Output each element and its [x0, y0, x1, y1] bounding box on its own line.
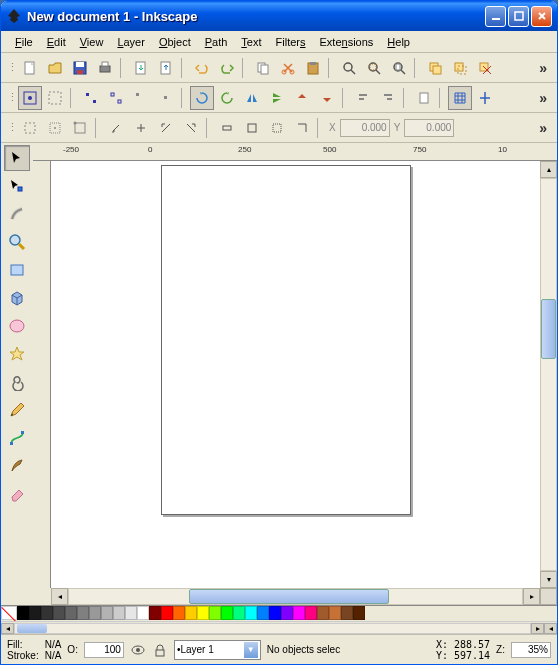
selector-tool[interactable]	[4, 145, 30, 171]
color-swatch[interactable]	[53, 606, 65, 620]
layer-selector[interactable]: •Layer 1 ▼	[174, 640, 261, 660]
import-button[interactable]	[129, 56, 153, 80]
doc-props-button[interactable]	[412, 86, 436, 110]
color-swatch[interactable]	[317, 606, 329, 620]
pencil-tool[interactable]	[4, 397, 30, 423]
color-swatch[interactable]	[29, 606, 41, 620]
color-swatch[interactable]	[173, 606, 185, 620]
spiral-tool[interactable]	[4, 369, 30, 395]
clone-button[interactable]	[448, 56, 472, 80]
color-swatch[interactable]	[257, 606, 269, 620]
menu-filters[interactable]: Filters	[270, 34, 312, 50]
lock-icon[interactable]	[152, 642, 168, 658]
color-swatch[interactable]	[89, 606, 101, 620]
color-swatch[interactable]	[1, 606, 17, 620]
chevron-down-icon[interactable]: ▼	[244, 642, 258, 658]
menu-help[interactable]: Help	[381, 34, 416, 50]
scroll-right-button[interactable]: ▸	[523, 588, 540, 605]
color-swatch[interactable]	[353, 606, 365, 620]
snap-button[interactable]	[18, 116, 42, 140]
scroll-left-button[interactable]: ◂	[51, 588, 68, 605]
maximize-button[interactable]	[508, 6, 529, 27]
bezier-tool[interactable]	[4, 425, 30, 451]
vertical-scrollbar[interactable]: ▴ ▾	[540, 161, 557, 588]
menu-text[interactable]: Text	[235, 34, 267, 50]
toolbar-overflow[interactable]: »	[535, 90, 551, 106]
node-tool[interactable]	[4, 173, 30, 199]
scroll-thumb[interactable]	[17, 624, 47, 633]
calligraphy-tool[interactable]	[4, 453, 30, 479]
color-swatch[interactable]	[209, 606, 221, 620]
zoom-input[interactable]	[511, 642, 551, 658]
new-button[interactable]	[18, 56, 42, 80]
affect-button[interactable]	[265, 116, 289, 140]
scroll-right-button[interactable]: ▸	[531, 623, 544, 634]
color-swatch[interactable]	[77, 606, 89, 620]
scroll-up-button[interactable]: ▴	[540, 161, 557, 178]
toolbar-grip[interactable]: ⋮	[7, 91, 17, 104]
transform-button[interactable]	[154, 116, 178, 140]
toolbar-grip[interactable]: ⋮	[7, 61, 17, 74]
close-button[interactable]	[531, 6, 552, 27]
transform-button[interactable]	[104, 116, 128, 140]
node-toggle[interactable]	[104, 86, 128, 110]
color-swatch[interactable]	[185, 606, 197, 620]
raise-button[interactable]	[290, 86, 314, 110]
color-swatch[interactable]	[281, 606, 293, 620]
toolbar-overflow[interactable]: »	[535, 120, 551, 136]
flip-h-button[interactable]	[240, 86, 264, 110]
color-swatch[interactable]	[41, 606, 53, 620]
canvas[interactable]	[51, 161, 540, 588]
transform-button[interactable]	[179, 116, 203, 140]
rotate-90-ccw-button[interactable]	[190, 86, 214, 110]
color-swatch[interactable]	[137, 606, 149, 620]
paste-button[interactable]	[301, 56, 325, 80]
color-swatch[interactable]	[161, 606, 173, 620]
affect-button[interactable]	[215, 116, 239, 140]
menu-view[interactable]: View	[74, 34, 110, 50]
minimize-button[interactable]	[485, 6, 506, 27]
color-swatch[interactable]	[65, 606, 77, 620]
node-toggle[interactable]	[79, 86, 103, 110]
color-swatch[interactable]	[221, 606, 233, 620]
duplicate-button[interactable]	[423, 56, 447, 80]
horizontal-ruler[interactable]: -250 0 250 500 750 10	[33, 143, 557, 161]
eraser-tool[interactable]	[4, 481, 30, 507]
color-swatch[interactable]	[125, 606, 137, 620]
scroll-down-button[interactable]: ▾	[540, 571, 557, 588]
color-swatch[interactable]	[233, 606, 245, 620]
vertical-ruler[interactable]	[33, 161, 51, 588]
affect-button[interactable]	[240, 116, 264, 140]
save-button[interactable]	[68, 56, 92, 80]
unlink-clone-button[interactable]	[473, 56, 497, 80]
tweak-tool[interactable]	[4, 201, 30, 227]
export-button[interactable]	[154, 56, 178, 80]
color-swatch[interactable]	[341, 606, 353, 620]
zoom-tool[interactable]	[4, 229, 30, 255]
palette-scrollbar[interactable]: ◂ ▸ ◂	[1, 621, 557, 634]
fill-value[interactable]: N/A	[45, 639, 62, 650]
align-button[interactable]	[351, 86, 375, 110]
color-swatch[interactable]	[113, 606, 125, 620]
guide-toggle[interactable]	[473, 86, 497, 110]
y-coord-input[interactable]	[404, 119, 454, 137]
color-swatch[interactable]	[293, 606, 305, 620]
lower-button[interactable]	[315, 86, 339, 110]
scroll-left-button[interactable]: ◂	[1, 623, 14, 634]
menu-object[interactable]: Object	[153, 34, 197, 50]
palette-menu-button[interactable]: ◂	[544, 623, 557, 634]
titlebar[interactable]: New document 1 - Inkscape	[1, 1, 557, 31]
zoom-page-button[interactable]	[387, 56, 411, 80]
select-all-layers-button[interactable]	[18, 86, 42, 110]
align-button[interactable]	[376, 86, 400, 110]
grid-toggle[interactable]	[448, 86, 472, 110]
cut-button[interactable]	[276, 56, 300, 80]
color-swatch[interactable]	[101, 606, 113, 620]
menu-path[interactable]: Path	[199, 34, 234, 50]
undo-button[interactable]	[190, 56, 214, 80]
rectangle-tool[interactable]	[4, 257, 30, 283]
stroke-value[interactable]: N/A	[45, 650, 62, 661]
node-toggle[interactable]	[154, 86, 178, 110]
toolbar-overflow[interactable]: »	[535, 60, 551, 76]
color-swatch[interactable]	[197, 606, 209, 620]
